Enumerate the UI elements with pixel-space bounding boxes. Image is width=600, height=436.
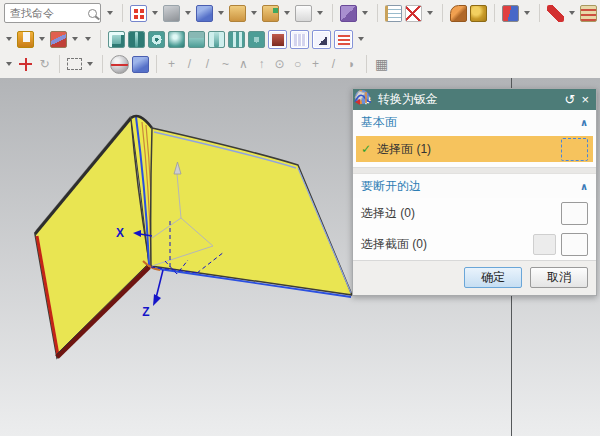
ball-feature-icon[interactable] [168,31,185,48]
rib-icon[interactable] [228,31,245,48]
hole-punch-icon[interactable] [148,31,165,48]
snap-point-icon-6[interactable]: ↑ [254,56,269,73]
export-icon[interactable] [340,5,357,22]
select-face-row[interactable]: ✓ 选择面 (1) [356,136,593,162]
snap-point-icon-2[interactable]: / [182,56,197,73]
rip-edges-section-label: 要断开的边 [361,178,421,195]
advanced-flange-icon[interactable] [50,31,67,48]
snap-point-icon-8[interactable]: ○ [290,56,305,73]
select-edge-row[interactable]: 选择边 (0) [353,198,596,229]
check-icon: ✓ [361,142,371,156]
datum-csys-caret[interactable] [427,11,433,15]
measure-icon[interactable] [547,5,564,22]
snap-point-icon-9[interactable]: + [308,56,323,73]
separator [102,55,103,73]
shaded-cube-icon[interactable] [132,56,149,73]
contour-flange-icon[interactable] [128,31,145,48]
window-layout-icon[interactable] [130,5,147,22]
section-face-button-disabled [533,234,556,255]
grid-icon[interactable]: ▦ [374,56,389,73]
dialog-title: 转换为钣金 [378,91,438,108]
modeling-cube-icon[interactable] [196,5,213,22]
toolbar-row-2 [0,26,600,52]
search-dropdown-caret[interactable] [107,11,113,15]
modeling-cube-caret[interactable] [218,11,224,15]
cancel-button[interactable]: 取消 [530,267,588,288]
snap-point-icon-7[interactable]: ⊙ [272,56,287,73]
dialog-footer: 确定 取消 [353,260,596,295]
toolbar-row-3: ↻ + / / ~ ∧ ↑ ⊙ ○ + / ◗ ▦ [0,52,600,76]
snap-point-icon-3[interactable]: / [200,56,215,73]
rect-select-caret[interactable] [87,62,93,66]
section-divider [353,167,596,174]
machining-icon[interactable] [163,5,180,22]
rect-select-icon[interactable] [67,58,82,70]
snap-point-icon-5[interactable]: ∧ [236,56,251,73]
snap-point-icon-11[interactable]: ◗ [344,56,359,73]
new-window-icon[interactable] [295,5,312,22]
export-caret[interactable] [362,11,368,15]
separator [442,4,443,22]
z-axis-arrow[interactable] [156,270,163,298]
rip-edges-section-header[interactable]: 要断开的边 ∧ [353,174,596,198]
license-key-icon[interactable] [470,5,487,22]
new-folder-caret[interactable] [284,11,290,15]
select-edge-label: 选择边 (0) [361,205,556,222]
tab-icon[interactable] [108,31,125,48]
advanced-flange-caret[interactable] [72,37,78,41]
datum-csys-icon[interactable] [405,5,422,22]
more-bends-caret[interactable] [6,37,12,41]
rivet-icon[interactable] [188,31,205,48]
playback-caret[interactable] [524,11,530,15]
base-face-section-header[interactable]: 基本面 ∧ [353,110,596,134]
collapse-chevron-icon[interactable]: ∧ [580,181,588,192]
open-folder-caret[interactable] [251,11,257,15]
snap-point-icon-10[interactable]: / [326,56,341,73]
playback-icon[interactable] [502,5,519,22]
separator [494,4,495,22]
snap-point-icon-1[interactable]: + [164,56,179,73]
search-input[interactable] [8,6,88,20]
flange-bend-icon[interactable] [17,31,34,48]
convert-to-sheetmetal-icon[interactable] [268,30,287,49]
view-tools-caret[interactable] [6,62,12,66]
separator [122,4,123,22]
sheetmetal-more-caret[interactable] [358,37,364,41]
spreadsheet-icon[interactable] [580,5,597,22]
tools-icon[interactable] [450,5,467,22]
close-icon[interactable]: × [581,93,589,106]
flat-solid-icon[interactable] [334,30,353,49]
face-select-button[interactable] [561,138,588,161]
export-flat-icon[interactable] [312,30,331,49]
command-search-box[interactable] [4,3,101,23]
ribbon-toolbars: ↻ + / / ~ ∧ ↑ ⊙ ○ + / ◗ ▦ [0,0,600,79]
new-folder-icon[interactable] [262,5,279,22]
separator [366,55,367,73]
orbit-icon[interactable] [110,55,129,74]
rotate-icon[interactable]: ↻ [37,56,52,73]
boss-icon[interactable] [208,31,225,48]
ok-button[interactable]: 确定 [464,267,522,288]
section-select-button[interactable] [561,233,588,256]
edge-select-button[interactable] [561,202,588,225]
snap-point-icon-4[interactable]: ~ [218,56,233,73]
reset-icon[interactable]: ↺ [565,93,576,106]
collapse-chevron-icon[interactable]: ∧ [580,117,588,128]
machining-caret[interactable] [185,11,191,15]
separator [59,55,60,73]
gusset-icon[interactable] [248,31,265,48]
measure-caret[interactable] [569,11,575,15]
select-section-row[interactable]: 选择截面 (0) [353,229,596,260]
dialog-titlebar[interactable]: ⚙ 转换为钣金 ↺ × [353,89,596,110]
advanced-flange-caret-2[interactable] [85,37,91,41]
graphics-viewport[interactable]: X Z ⚙ 转换为钣金 ↺ × 基本面 ∧ ✓ 选择面 (1) [0,78,600,436]
journal-icon[interactable] [385,5,402,22]
pan-icon[interactable] [17,56,34,73]
flat-pattern-icon[interactable] [290,30,309,49]
new-window-caret[interactable] [317,11,323,15]
select-section-label: 选择截面 (0) [361,236,528,253]
open-folder-icon[interactable] [229,5,246,22]
window-layout-caret[interactable] [152,11,158,15]
base-face-section-label: 基本面 [361,114,397,131]
flange-bend-caret[interactable] [39,37,45,41]
